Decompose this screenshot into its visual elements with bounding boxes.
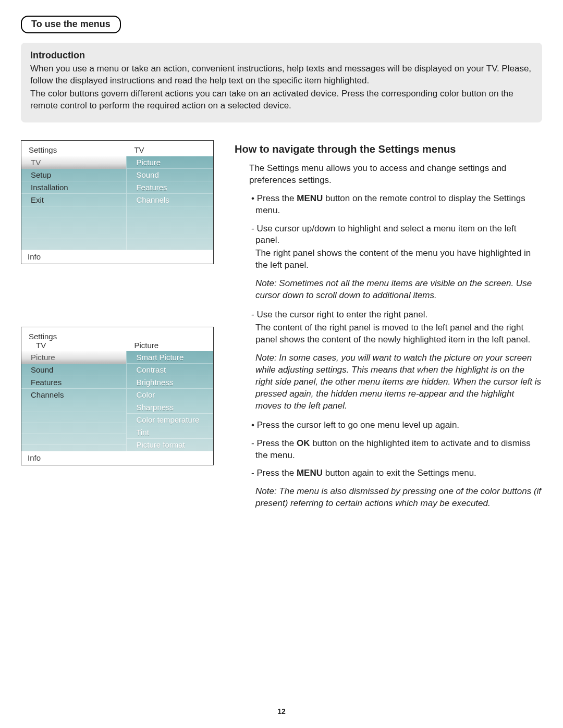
- figure2-sub-left: TV: [21, 341, 127, 351]
- figure1-footer: Info: [21, 250, 213, 264]
- figure1-left-empty: [21, 228, 126, 239]
- figure1-right-item: Features: [127, 181, 213, 194]
- paragraph: The Settings menu allows you to access a…: [249, 163, 542, 187]
- figure1-left-empty: [21, 239, 126, 250]
- figure1-right-empty: [127, 217, 213, 228]
- figure2-left-empty: [21, 401, 126, 412]
- figure2-left-item: Picture: [21, 351, 126, 364]
- introduction-paragraph-1: When you use a menu or take an action, c…: [30, 63, 533, 87]
- note-1: Note: Sometimes not all the menu items a…: [249, 278, 542, 302]
- bullet-menu-exit: - Press the MENU button again to exit th…: [249, 467, 542, 479]
- figure1-left-item: TV: [21, 156, 126, 169]
- figure2-header: Settings: [21, 327, 213, 341]
- figure1-right-item: Picture: [127, 156, 213, 169]
- figure1-left-item: Installation: [21, 181, 126, 194]
- figure2-right-item: Brightness: [127, 376, 213, 389]
- figure1-header-right: TV: [127, 141, 213, 156]
- bullet-ok-button: - Press the OK button on the highlighted…: [249, 438, 542, 462]
- paragraph: The content of the right panel is moved …: [249, 322, 542, 346]
- figure1-right-empty: [127, 206, 213, 217]
- figure2-left-empty: [21, 434, 126, 445]
- bullet-cursor-updown: - Use cursor up/down to highlight and se…: [249, 223, 542, 247]
- figure2-footer: Info: [21, 451, 213, 465]
- figure2-sub-right: Picture: [127, 341, 213, 351]
- figure2-left-item: Sound: [21, 364, 126, 376]
- settings-menu-figure-2: Settings TV Picture Picture Sound Featur…: [21, 327, 214, 465]
- navigate-settings-title: How to navigate through the Settings men…: [235, 143, 542, 155]
- bullet-cursor-left: • Press the cursor left to go one menu l…: [249, 419, 542, 431]
- figure2-left-empty: [21, 412, 126, 423]
- bullet-menu-button: • Press the MENU button on the remote co…: [249, 193, 542, 217]
- figure2-right-item: Tint: [127, 426, 213, 439]
- note-2: Note: In some cases, you will want to wa…: [249, 352, 542, 412]
- figure2-right-item: Color temperature: [127, 414, 213, 426]
- figure2-left-empty: [21, 423, 126, 434]
- introduction-paragraph-2: The color buttons govern different actio…: [30, 88, 533, 112]
- figure1-right-item: Channels: [127, 194, 213, 206]
- figure1-left-empty: [21, 217, 126, 228]
- figure1-left-item: Exit: [21, 194, 126, 206]
- introduction-heading: Introduction: [30, 50, 533, 61]
- figure2-right-item: Color: [127, 389, 213, 401]
- figure2-left-item: Channels: [21, 389, 126, 401]
- note-3: Note: The menu is also dismissed by pres…: [249, 486, 542, 510]
- figure2-right-item: Sharpness: [127, 401, 213, 414]
- figure2-right-item: Contrast: [127, 364, 213, 376]
- figure1-right-empty: [127, 239, 213, 250]
- figure1-left-item: Setup: [21, 169, 126, 181]
- figure2-right-item: Picture format: [127, 439, 213, 451]
- introduction-box: Introduction When you use a menu or take…: [21, 43, 542, 122]
- settings-menu-figure-1: Settings TV TV Setup Installation Exit P…: [21, 140, 214, 264]
- figure1-header-left: Settings: [21, 141, 127, 156]
- figure2-right-item: Smart Picture: [127, 351, 213, 364]
- paragraph: The right panel shows the content of the…: [249, 248, 542, 272]
- figure1-right-item: Sound: [127, 169, 213, 181]
- bullet-cursor-right: - Use the cursor right to enter the righ…: [249, 309, 542, 321]
- section-tab: To use the menus: [21, 16, 121, 33]
- page-number: 12: [0, 707, 563, 715]
- figure2-left-item: Features: [21, 376, 126, 389]
- figure1-left-empty: [21, 206, 126, 217]
- figure1-right-empty: [127, 228, 213, 239]
